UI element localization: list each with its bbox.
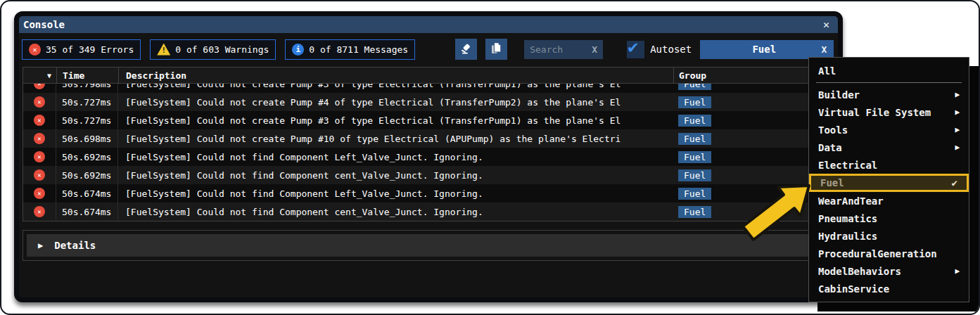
- time-cell: 50s.674ms: [56, 202, 118, 221]
- messages-counter-button[interactable]: i 0 of 8711 Messages: [285, 39, 415, 60]
- autoset-label: Autoset: [650, 44, 692, 55]
- table-rows-viewport[interactable]: ✕ 50s.798ms [FuelSystem] Could not creat…: [23, 84, 834, 221]
- table-row[interactable]: ✕ 50s.798ms [FuelSystem] Could not creat…: [23, 84, 834, 93]
- error-icon: ✕: [34, 133, 45, 144]
- eraser-icon: [459, 41, 473, 58]
- errors-counter-label: 35 of 349 Errors: [46, 44, 134, 55]
- sort-descending-icon[interactable]: ▼: [47, 72, 51, 79]
- menu-item-virtual-file-system[interactable]: Virtual File System ▶: [809, 103, 969, 121]
- error-icon: ✕: [34, 169, 45, 181]
- table-row[interactable]: ✕ 50s.674ms [FuelSystem] Could not find …: [23, 202, 834, 221]
- group-badge: Fuel: [678, 133, 711, 145]
- time-cell: 50s.798ms: [56, 84, 118, 93]
- filter-clear-icon[interactable]: X: [821, 44, 827, 55]
- group-badge: Fuel: [678, 96, 711, 108]
- autoset-checkbox[interactable]: ✔: [627, 41, 644, 58]
- table-row[interactable]: ✕ 50s.727ms [FuelSystem] Could not creat…: [23, 111, 834, 129]
- menu-item-electrical[interactable]: Electrical: [809, 156, 969, 174]
- menu-item-proceduralgeneration[interactable]: ProceduralGeneration: [809, 245, 969, 262]
- menu-item-fuel[interactable]: Fuel ✔: [809, 174, 969, 192]
- severity-cell: ✕: [23, 148, 56, 166]
- description-cell: [FuelSystem] Could not find Component Le…: [118, 184, 673, 202]
- table-header: ▼ Time Description Group: [23, 68, 834, 84]
- warnings-counter-button[interactable]: ! 0 of 603 Warnings: [150, 39, 276, 60]
- severity-cell: ✕: [23, 129, 56, 148]
- error-icon: ✕: [34, 151, 45, 162]
- error-icon: ✕: [34, 188, 45, 199]
- menu-item-tools[interactable]: Tools ▶: [809, 121, 969, 139]
- group-badge: Fuel: [678, 206, 711, 218]
- menu-item-modelbehaviors[interactable]: ModelBehaviors ▶: [809, 262, 969, 280]
- menu-item-data[interactable]: Data ▶: [809, 139, 969, 156]
- submenu-arrow-icon: ▶: [955, 266, 960, 276]
- group-badge: Fuel: [678, 188, 711, 200]
- time-cell: 50s.727ms: [56, 111, 118, 129]
- description-cell: [FuelSystem] Could not find Component ce…: [118, 202, 673, 221]
- title-bar[interactable]: Console ✕: [19, 16, 838, 33]
- severity-cell: ✕: [23, 202, 56, 221]
- error-icon: ✕: [29, 44, 41, 56]
- group-badge: Fuel: [678, 84, 711, 90]
- menu-item-cabinservice[interactable]: CabinService: [809, 280, 969, 297]
- menu-item-builder[interactable]: Builder ▶: [809, 86, 969, 103]
- table-row[interactable]: ✕ 50s.698ms [FuelSystem] Could not creat…: [23, 129, 834, 148]
- submenu-arrow-icon: ▶: [955, 90, 960, 99]
- severity-cell: ✕: [23, 184, 56, 202]
- table-row[interactable]: ✕ 50s.692ms [FuelSystem] Could not find …: [23, 148, 834, 166]
- toolbar: ✕ 35 of 349 Errors ! 0 of 603 Warnings i…: [19, 39, 838, 60]
- window-title: Console: [23, 19, 65, 30]
- close-icon[interactable]: ✕: [823, 20, 829, 30]
- group-badge: Fuel: [678, 169, 711, 181]
- search-box: X: [524, 40, 603, 59]
- time-cell: 50s.674ms: [56, 184, 118, 202]
- table-row[interactable]: ✕ 50s.692ms [FuelSystem] Could not find …: [23, 166, 834, 184]
- details-label: Details: [54, 240, 96, 251]
- error-icon: ✕: [34, 96, 45, 108]
- copy-log-button[interactable]: [485, 39, 507, 60]
- error-icon: ✕: [34, 84, 45, 89]
- column-header-description[interactable]: Description: [118, 68, 673, 83]
- messages-counter-label: 0 of 8711 Messages: [309, 44, 408, 55]
- warnings-counter-label: 0 of 603 Warnings: [175, 44, 269, 55]
- group-filter-dropdown[interactable]: Fuel X: [700, 40, 834, 59]
- column-header-time[interactable]: Time: [56, 68, 118, 83]
- group-badge: Fuel: [678, 115, 711, 127]
- checkmark-icon: ✔: [952, 177, 957, 188]
- submenu-arrow-icon: ▶: [955, 125, 960, 134]
- description-cell: [FuelSystem] Could not find Component Le…: [118, 148, 673, 166]
- errors-counter-button[interactable]: ✕ 35 of 349 Errors: [22, 39, 141, 60]
- submenu-arrow-icon: ▶: [955, 143, 960, 152]
- menu-item-pneumatics[interactable]: Pneumatics: [809, 210, 969, 227]
- clear-console-button[interactable]: [455, 39, 477, 60]
- severity-cell: ✕: [23, 166, 56, 184]
- time-cell: 50s.698ms: [56, 129, 118, 148]
- table-row[interactable]: ✕ 50s.674ms [FuelSystem] Could not find …: [23, 184, 834, 202]
- warning-icon: !: [157, 44, 170, 56]
- error-icon: ✕: [34, 206, 45, 217]
- details-expander[interactable]: ▶ Details: [27, 234, 830, 257]
- description-cell: [FuelSystem] Could not create Pump #3 of…: [118, 111, 673, 129]
- column-header-severity[interactable]: ▼: [23, 68, 56, 83]
- group-filter-value: Fuel: [707, 44, 821, 55]
- menu-separator: [816, 82, 962, 83]
- details-panel: ▶ Details: [23, 230, 834, 261]
- group-badge: Fuel: [678, 151, 711, 163]
- description-cell: [FuelSystem] Could not find Component ce…: [118, 166, 673, 184]
- time-cell: 50s.692ms: [56, 166, 118, 184]
- search-clear-icon[interactable]: X: [592, 44, 597, 55]
- info-icon: i: [292, 44, 304, 56]
- menu-item-wearandtear[interactable]: WearAndTear: [809, 192, 969, 210]
- severity-cell: ✕: [23, 111, 56, 129]
- time-cell: 50s.727ms: [56, 93, 118, 111]
- menu-item-hydraulics[interactable]: Hydraulics: [809, 227, 969, 245]
- table-row[interactable]: ✕ 50s.727ms [FuelSystem] Could not creat…: [23, 93, 834, 111]
- description-cell: [FuelSystem] Could not create Pump #4 of…: [118, 93, 673, 111]
- time-cell: 50s.692ms: [56, 148, 118, 166]
- group-filter-menu: All Builder ▶ Virtual File System ▶ Tool…: [808, 57, 969, 302]
- screenshot-frame: Console ✕ ✕ 35 of 349 Errors ! 0 of 603 …: [0, 0, 980, 315]
- error-icon: ✕: [34, 115, 45, 126]
- log-table: ▼ Time Description Group ✕ 50s.798ms [Fu…: [23, 67, 834, 221]
- search-input[interactable]: [530, 44, 592, 55]
- menu-item-all[interactable]: All: [809, 62, 969, 79]
- description-cell: [FuelSystem] Could not create Pump #3 of…: [118, 84, 673, 93]
